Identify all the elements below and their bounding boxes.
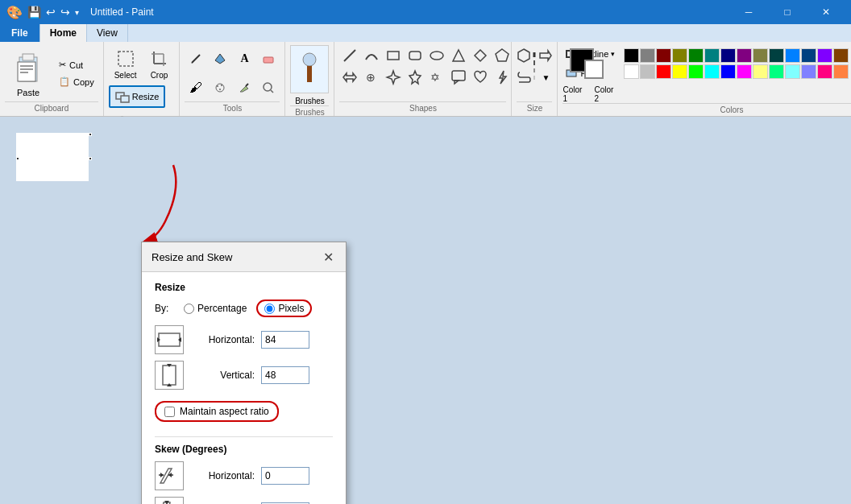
crop-button[interactable]: Crop <box>143 45 174 84</box>
color-cell[interactable] <box>753 48 768 63</box>
size-button[interactable] <box>517 48 552 99</box>
cut-button[interactable]: ✂ Cut <box>55 57 98 72</box>
skew-horizontal-row: Horizontal: <box>155 461 333 490</box>
clipboard-small-buttons: ✂ Cut 📋 Copy <box>55 57 98 89</box>
canvas-handle-right[interactable] <box>89 133 92 136</box>
resize-button[interactable]: Resize <box>109 85 166 108</box>
color-cell[interactable] <box>833 64 849 79</box>
shape-arrow-double[interactable] <box>339 67 360 88</box>
color-cell[interactable] <box>769 64 784 79</box>
eraser-tool[interactable] <box>257 48 280 70</box>
copy-button[interactable]: 📋 Copy <box>55 74 98 89</box>
paste-label: Paste <box>17 88 39 97</box>
colors-content: Color 1 Color 2 <box>562 45 851 103</box>
color-boxes <box>570 48 612 84</box>
color-cell[interactable] <box>640 64 655 79</box>
color-labels: Color 1 Color 2 <box>562 85 619 103</box>
fill-tool[interactable] <box>209 48 231 70</box>
shape-triangle[interactable] <box>448 45 469 66</box>
shape-roundrect[interactable] <box>405 45 426 66</box>
canvas-handle-bottom[interactable] <box>16 157 19 160</box>
color-cell[interactable] <box>769 48 784 63</box>
shape-arrow4way[interactable]: ⊕ <box>361 67 382 88</box>
skew-horizontal-input[interactable] <box>261 467 309 485</box>
quick-access-undo[interactable]: ↩ <box>46 6 56 19</box>
svg-text:✡: ✡ <box>430 71 440 84</box>
quick-access-save[interactable]: 💾 <box>27 6 41 19</box>
tab-home[interactable]: Home <box>40 24 87 42</box>
vertical-input[interactable] <box>261 366 309 384</box>
color-cell[interactable] <box>688 64 704 79</box>
color-cell[interactable] <box>656 48 671 63</box>
color-cell[interactable] <box>688 48 704 63</box>
select-button[interactable]: Select <box>109 45 143 84</box>
shape-ellipse[interactable] <box>426 45 447 66</box>
canvas-handle-corner[interactable] <box>89 157 92 160</box>
color-cell[interactable] <box>704 48 720 63</box>
color-cell[interactable] <box>720 64 736 79</box>
title-bar: 🎨 💾 ↩ ↪ ▾ Untitled - Paint ─ □ ✕ <box>0 0 851 24</box>
text-tool[interactable]: A <box>233 48 255 70</box>
shape-callout[interactable] <box>448 67 469 88</box>
color-cell[interactable] <box>672 48 687 63</box>
color-cell[interactable] <box>801 64 816 79</box>
shape-rect[interactable] <box>383 45 404 66</box>
color-cell[interactable] <box>785 48 800 63</box>
picker-tool[interactable] <box>233 76 255 99</box>
color-cell[interactable] <box>640 48 655 63</box>
shape-pentagon[interactable] <box>492 45 513 66</box>
shape-lightning[interactable] <box>492 67 513 88</box>
tools-content: A 🖌 <box>185 45 280 101</box>
horizontal-input[interactable] <box>261 331 309 349</box>
color-cell[interactable] <box>737 48 752 63</box>
paste-button[interactable]: Paste <box>5 45 52 101</box>
magnifier-tool[interactable] <box>257 76 280 99</box>
minimize-button[interactable]: ─ <box>730 0 767 24</box>
percentage-option[interactable]: Percentage <box>184 303 247 314</box>
shape-diamond[interactable] <box>470 45 491 66</box>
shape-heart[interactable] <box>470 67 491 88</box>
section-divider <box>155 436 333 437</box>
percentage-radio[interactable] <box>184 304 194 314</box>
group-tools: A 🖌 Tools <box>180 42 285 116</box>
shape-star6[interactable]: ✡ <box>426 67 447 88</box>
ribbon: File Home View <box>0 24 851 117</box>
color-cell[interactable] <box>672 64 687 79</box>
brushes-button[interactable] <box>290 45 329 93</box>
color-cell[interactable] <box>624 64 639 79</box>
svg-line-21 <box>246 84 248 86</box>
color-cell[interactable] <box>817 48 832 63</box>
svg-rect-16 <box>264 57 273 63</box>
brush-tool[interactable]: 🖌 <box>185 76 207 99</box>
color2-swatch[interactable] <box>584 60 604 79</box>
tab-file[interactable]: File <box>0 24 40 42</box>
quick-access-redo[interactable]: ↪ <box>60 6 70 19</box>
select-icon <box>116 49 135 68</box>
shape-curve[interactable] <box>361 45 382 66</box>
svg-marker-42 <box>500 71 506 84</box>
pixels-radio[interactable] <box>264 304 275 314</box>
color-cell[interactable] <box>833 48 849 63</box>
color-cell[interactable] <box>704 64 720 79</box>
shape-star5[interactable] <box>405 67 426 88</box>
color-cell[interactable] <box>817 64 832 79</box>
color-cell[interactable] <box>737 64 752 79</box>
close-button[interactable]: ✕ <box>807 0 845 24</box>
airbrush-tool[interactable] <box>209 76 231 99</box>
color-cell[interactable] <box>720 48 736 63</box>
shape-line[interactable] <box>339 45 360 66</box>
color-cell[interactable] <box>801 48 816 63</box>
resize-section-label: Resize <box>155 282 333 293</box>
color-cell[interactable] <box>753 64 768 79</box>
maximize-button[interactable]: □ <box>769 0 806 24</box>
pencil-tool[interactable] <box>185 48 207 70</box>
quick-access-dropdown[interactable]: ▾ <box>75 8 79 17</box>
maintain-aspect-checkbox[interactable] <box>164 407 175 417</box>
color-cell[interactable] <box>624 48 639 63</box>
color-cell[interactable] <box>656 64 671 79</box>
dialog-close-button[interactable]: ✕ <box>320 249 336 265</box>
shape-star4[interactable] <box>383 67 404 88</box>
tab-view[interactable]: View <box>87 24 128 42</box>
tools-label: Tools <box>185 101 280 113</box>
color-cell[interactable] <box>785 64 800 79</box>
